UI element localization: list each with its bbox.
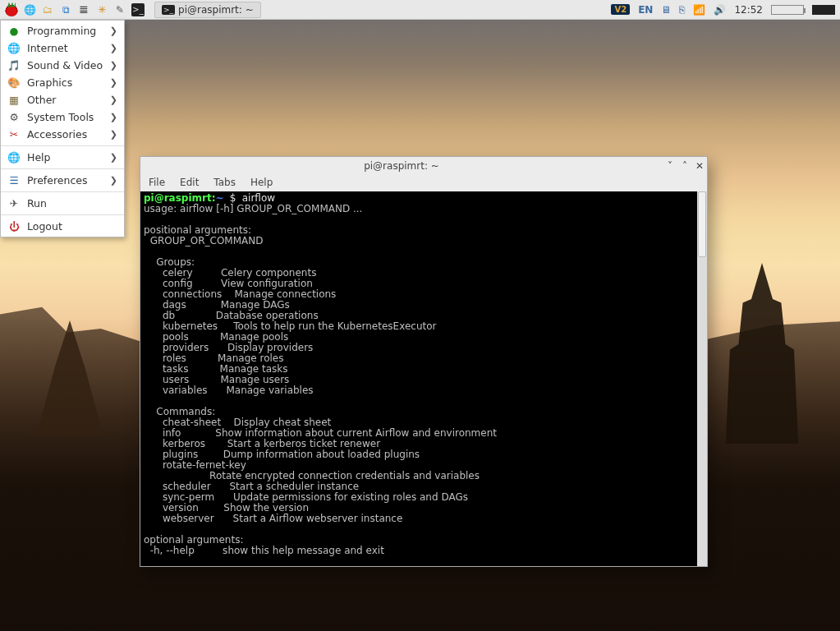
menu-item-label: Graphics: [27, 76, 72, 89]
minimize-button[interactable]: ˅: [663, 160, 677, 172]
internet-icon: 🌐: [7, 42, 21, 54]
chevron-right-icon: ❯: [110, 112, 117, 122]
menu-separator: [1, 214, 124, 215]
chevron-right-icon: ❯: [110, 175, 117, 186]
menu-item-accessories[interactable]: ✂Accessories❯: [1, 126, 124, 143]
clock[interactable]: 12:52: [734, 4, 763, 16]
menu-item-label: Preferences: [27, 174, 88, 187]
menu-item-internet[interactable]: 🌐Internet❯: [1, 39, 124, 57]
menu-item-label: System Tools: [27, 111, 94, 123]
application-menu: ●Programming❯🌐Internet❯🎵Sound & Video❯🎨G…: [0, 20, 125, 237]
terminal-window: pi@raspimrt: ~ ˅ ˄ ✕ File Edit Tabs Help…: [140, 156, 708, 567]
wifi-icon[interactable]: 📶: [693, 4, 705, 16]
chevron-right-icon: ❯: [110, 94, 117, 105]
vscode-icon[interactable]: ⧉: [59, 3, 72, 16]
system-tools-icon: ⚙: [7, 111, 21, 123]
run-icon: ✈: [7, 197, 21, 210]
menu-item-label: Programming: [27, 25, 96, 37]
file-manager-icon[interactable]: 🗂: [41, 3, 54, 16]
terminal-launcher-icon[interactable]: >_: [131, 3, 145, 16]
menu-item-label: Internet: [27, 42, 68, 54]
menu-item-label: Run: [27, 197, 47, 210]
pi-tool-icon[interactable]: ✳: [95, 3, 108, 16]
accessories-icon: ✂: [7, 128, 21, 140]
chevron-right-icon: ❯: [110, 129, 117, 140]
programming-icon: ●: [7, 25, 21, 37]
menu-edit[interactable]: Edit: [180, 177, 199, 188]
maximize-button[interactable]: ˄: [677, 160, 692, 172]
terminal-icon: >_: [162, 5, 175, 15]
quick-launch: 🌐 🗂 ⧉ 𝌆 ✳ ✎ >_: [0, 3, 149, 16]
menu-item-label: Sound & Video: [27, 59, 103, 71]
menu-file[interactable]: File: [149, 177, 165, 188]
help-icon: 🌐: [7, 151, 21, 164]
prompt-host: pi@raspimrt: [144, 192, 212, 204]
task-manager-icon[interactable]: 𝌆: [77, 3, 90, 16]
editor-icon[interactable]: ✎: [113, 3, 126, 16]
chevron-right-icon: ❯: [110, 60, 117, 71]
logout-icon: ⏻: [7, 220, 21, 233]
taskbar-entry-terminal[interactable]: >_ pi@raspimrt: ~: [154, 2, 261, 18]
menu-help[interactable]: Help: [250, 177, 273, 188]
web-browser-icon[interactable]: 🌐: [23, 3, 36, 16]
menu-item-system-tools[interactable]: ⚙System Tools❯: [1, 108, 124, 126]
sound-video-icon: 🎵: [7, 59, 21, 71]
taskbar: 🌐 🗂 ⧉ 𝌆 ✳ ✎ >_ >_ pi@raspimrt: ~ V2 EN 🖥…: [0, 0, 840, 20]
menu-item-label: Logout: [27, 220, 62, 233]
preferences-icon: ☰: [7, 174, 21, 187]
close-button[interactable]: ✕: [692, 160, 707, 172]
menu-item-label: Help: [27, 151, 51, 164]
menu-item-help[interactable]: 🌐Help❯: [1, 149, 124, 166]
cpu-usage-icon[interactable]: [812, 5, 835, 15]
terminal-scrollbar[interactable]: [697, 191, 707, 566]
scrollbar-thumb[interactable]: [698, 191, 706, 257]
raspberry-menu-icon[interactable]: [5, 3, 18, 16]
menu-item-run[interactable]: ✈Run: [1, 195, 124, 212]
terminal-menubar: File Edit Tabs Help: [140, 175, 707, 191]
menu-separator: [1, 145, 124, 146]
terminal-output[interactable]: pi@raspimrt:~ $ airflow usage: airflow […: [140, 191, 707, 566]
graphics-icon: 🎨: [7, 76, 21, 89]
chevron-right-icon: ❯: [110, 77, 117, 88]
bluetooth-icon[interactable]: ⎘: [679, 4, 685, 16]
menu-item-sound-video[interactable]: 🎵Sound & Video❯: [1, 57, 124, 74]
system-tray: V2 EN 🖥 ⎘ 📶 🔊 12:52: [606, 4, 840, 16]
menu-item-other[interactable]: ▦Other❯: [1, 91, 124, 108]
chevron-right-icon: ❯: [110, 25, 117, 36]
menu-item-label: Accessories: [27, 128, 87, 140]
menu-separator: [1, 191, 124, 192]
menu-item-preferences[interactable]: ☰Preferences❯: [1, 172, 124, 189]
chevron-right-icon: ❯: [110, 152, 117, 163]
keyboard-layout-indicator[interactable]: EN: [638, 4, 653, 16]
prompt-path: ~: [216, 192, 224, 204]
typed-command: airflow: [242, 192, 275, 204]
prompt-symbol: $: [230, 192, 236, 204]
menu-item-graphics[interactable]: 🎨Graphics❯: [1, 74, 124, 91]
menu-item-logout[interactable]: ⏻Logout: [1, 218, 124, 235]
display-icon[interactable]: 🖥: [661, 4, 671, 16]
terminal-lines: usage: airflow [-h] GROUP_OR_COMMAND ...…: [144, 203, 497, 556]
menu-item-programming[interactable]: ●Programming❯: [1, 22, 124, 39]
menu-tabs[interactable]: Tabs: [213, 177, 236, 188]
window-titlebar[interactable]: pi@raspimrt: ~ ˅ ˄ ✕: [140, 157, 707, 175]
menu-separator: [1, 168, 124, 169]
battery-icon[interactable]: [771, 5, 804, 15]
other-icon: ▦: [7, 94, 21, 106]
taskbar-entry-label: pi@raspimrt: ~: [178, 4, 254, 16]
volume-icon[interactable]: 🔊: [714, 4, 726, 16]
window-title: pi@raspimrt: ~: [140, 160, 663, 172]
chevron-right-icon: ❯: [110, 43, 117, 53]
vnc-icon[interactable]: V2: [611, 4, 630, 15]
menu-item-label: Other: [27, 94, 57, 106]
